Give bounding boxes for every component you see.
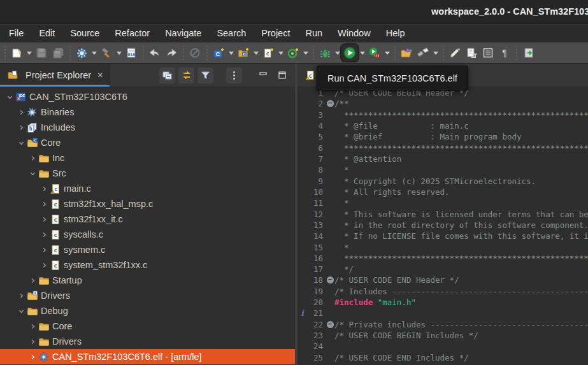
- new-cpp-class-dropdown[interactable]: [301, 45, 310, 61]
- code-line-5[interactable]: 5 * @brief : Main program body: [298, 131, 588, 142]
- code-line-24[interactable]: 24: [298, 341, 588, 352]
- code-line-6[interactable]: 6 **************************************…: [298, 143, 588, 154]
- menu-file[interactable]: File: [1, 25, 31, 42]
- show-whitespace-button[interactable]: ¶: [496, 45, 513, 61]
- open-element-button[interactable]: [398, 45, 415, 61]
- code-line-4[interactable]: 4 * @file : main.c: [298, 120, 588, 131]
- chevron-right-icon[interactable]: [17, 123, 26, 132]
- chevron-right-icon[interactable]: [39, 245, 49, 255]
- search-dropdown[interactable]: [431, 45, 440, 61]
- tree-item-main-c[interactable]: c!main.c: [0, 181, 295, 196]
- save-button[interactable]: [33, 45, 50, 61]
- code-line-13[interactable]: 13 * in the root directory of this softw…: [298, 220, 588, 231]
- new-cpp-class-button[interactable]: [285, 45, 301, 61]
- search-button[interactable]: [415, 45, 431, 61]
- code-line-9[interactable]: 9 * Copyright (c) 2025 STMicroelectronic…: [298, 176, 588, 187]
- code-line-8[interactable]: 8 *: [298, 164, 588, 175]
- code-line-15[interactable]: 15 *: [298, 241, 588, 252]
- fold-collapse-icon[interactable]: −: [326, 276, 334, 283]
- run-dropdown[interactable]: [358, 45, 366, 61]
- link-with-editor-button[interactable]: [463, 45, 480, 61]
- chevron-right-icon[interactable]: [28, 322, 38, 331]
- tree-item-binaries[interactable]: Binaries: [0, 104, 295, 120]
- chevron-right-icon[interactable]: [28, 154, 38, 163]
- code-area[interactable]: 1/* USER CODE BEGIN Header */2−/**3 ****…: [298, 87, 588, 365]
- chevron-right-icon[interactable]: [39, 184, 49, 194]
- toolbar-handle[interactable]: [3, 46, 7, 60]
- new-cpp-project-button[interactable]: C: [235, 45, 252, 61]
- tree-item-sysmem-c[interactable]: csysmem.c: [0, 242, 295, 257]
- maximize-button[interactable]: [274, 68, 290, 83]
- tab-project-explorer[interactable]: Project Explorer ✕: [0, 64, 110, 87]
- tree-item-debug[interactable]: Debug: [0, 303, 295, 318]
- run-button[interactable]: [341, 45, 358, 61]
- tree-item-core[interactable]: Core: [0, 318, 295, 334]
- tree-item-stm32f1xx-hal-msp-c[interactable]: cstm32f1xx_hal_msp.c: [0, 196, 295, 211]
- profile-button[interactable]: [366, 45, 383, 61]
- build-config-button[interactable]: [73, 45, 90, 61]
- chevron-right-icon[interactable]: [28, 276, 38, 285]
- chevron-right-icon[interactable]: [17, 291, 26, 301]
- tree-item-includes[interactable]: hIncludes: [0, 120, 295, 135]
- menu-edit[interactable]: Edit: [31, 25, 62, 42]
- new-c-project-dropdown[interactable]: [227, 45, 235, 61]
- menu-project[interactable]: Project: [254, 25, 298, 42]
- chevron-right-icon[interactable]: [39, 230, 49, 240]
- build-config-dropdown[interactable]: [90, 45, 98, 61]
- tree-item-stm32f1xx-it-c[interactable]: cstm32f1xx_it.c: [0, 211, 295, 227]
- menu-run[interactable]: Run: [298, 25, 330, 42]
- fold-collapse-icon[interactable]: −: [326, 100, 334, 107]
- code-line-12[interactable]: 12 * This software is licensed under ter…: [298, 208, 588, 219]
- mark-occurrences-button[interactable]: [447, 45, 463, 61]
- link-editor-sync-button[interactable]: [178, 68, 194, 83]
- menu-search[interactable]: Search: [209, 25, 254, 42]
- menu-window[interactable]: Window: [330, 25, 378, 42]
- back-button[interactable]: [147, 45, 163, 61]
- minimize-button[interactable]: [255, 68, 271, 83]
- chevron-right-icon[interactable]: [39, 261, 49, 270]
- collapse-all-button[interactable]: [159, 68, 175, 83]
- code-line-22[interactable]: 22−/* Private includes -----------------…: [298, 319, 588, 330]
- code-line-21[interactable]: i21: [298, 308, 588, 318]
- code-line-10[interactable]: 10 * All rights reserved.: [298, 187, 588, 197]
- code-line-19[interactable]: 19/* Includes --------------------------…: [298, 286, 588, 297]
- chevron-right-icon[interactable]: [28, 352, 38, 362]
- menu-source[interactable]: Source: [62, 25, 107, 42]
- tree-item-core[interactable]: cCore: [0, 135, 295, 150]
- menu-navigate[interactable]: Navigate: [157, 25, 209, 42]
- view-menu-button[interactable]: [226, 68, 242, 83]
- chevron-down-icon[interactable]: [5, 92, 15, 102]
- external-tools-button[interactable]: [520, 45, 536, 61]
- code-line-14[interactable]: 14 * If no LICENSE file comes with this …: [298, 231, 588, 241]
- new-c-source-file-dropdown[interactable]: [276, 45, 285, 61]
- code-line-16[interactable]: 16 *************************************…: [298, 253, 588, 264]
- chevron-right-icon[interactable]: [39, 199, 49, 209]
- code-line-2[interactable]: 2−/**: [298, 98, 588, 109]
- title-bar[interactable]: workspace_2.0.0 - CAN_STm32F103C6T6: [0, 0, 588, 24]
- fold-collapse-icon[interactable]: −: [326, 321, 334, 328]
- chevron-right-icon[interactable]: [39, 215, 49, 224]
- code-line-23[interactable]: 23/* USER CODE BEGIN Includes */: [298, 330, 588, 341]
- code-line-25[interactable]: 25/* USER CODE END Includes */: [298, 352, 588, 363]
- tree-item-can-stm32f103c6t6-elf-arm-le[interactable]: CAN_STm32F103C6T6.elf - [arm/le]: [0, 349, 295, 364]
- save-all-button[interactable]: [50, 45, 66, 61]
- code-line-17[interactable]: 17 */: [298, 264, 588, 275]
- chevron-right-icon[interactable]: [28, 337, 38, 347]
- tree-item-can-stm32f103c6t6[interactable]: IDECAN_STm32F103C6T6: [0, 89, 295, 104]
- new-cpp-project-dropdown[interactable]: [252, 45, 260, 61]
- block-selection-button[interactable]: [480, 45, 496, 61]
- code-line-7[interactable]: 7 * @attention: [298, 154, 588, 164]
- tree-item-syscalls-c[interactable]: csyscalls.c: [0, 227, 295, 242]
- chevron-down-icon[interactable]: [17, 138, 26, 148]
- code-line-20[interactable]: 20#include "main.h": [298, 297, 588, 308]
- debug-dropdown[interactable]: [333, 45, 341, 61]
- chevron-down-icon[interactable]: [28, 169, 38, 178]
- new-c-project-button[interactable]: C: [210, 45, 227, 61]
- tree-item-drivers[interactable]: Drivers: [0, 288, 295, 303]
- skip-all-breakpoints-button[interactable]: [187, 45, 203, 61]
- profile-dropdown[interactable]: [383, 45, 391, 61]
- code-line-11[interactable]: 11 *: [298, 197, 588, 208]
- chevron-down-icon[interactable]: [17, 306, 26, 316]
- build-dropdown[interactable]: [115, 45, 123, 61]
- filter-button[interactable]: [197, 68, 213, 83]
